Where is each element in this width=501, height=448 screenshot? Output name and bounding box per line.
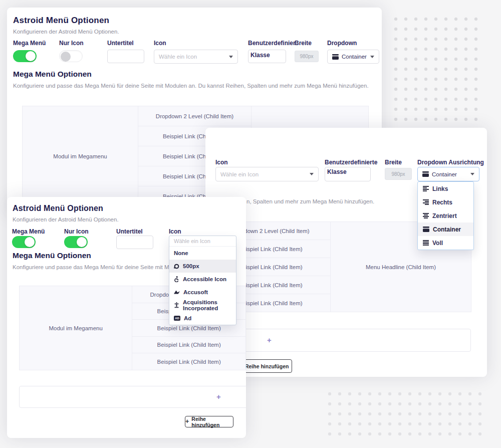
align-right-icon xyxy=(423,199,429,205)
mega-menu-toggle[interactable] xyxy=(12,236,36,248)
dropdown-label: Dropdown xyxy=(327,40,357,47)
custom-class-label: Benutzerdefinierte xyxy=(325,159,377,166)
500px-icon xyxy=(174,264,179,269)
menu-option-rechts[interactable]: Rechts xyxy=(418,195,473,209)
container-icon xyxy=(422,171,429,177)
chevron-down-icon xyxy=(229,56,233,58)
page-title: Astroid Menü Optionen xyxy=(13,16,109,26)
icon-select[interactable]: Wähle ein Icon xyxy=(154,50,238,64)
add-column-box[interactable]: + xyxy=(210,329,471,352)
icon-option-accusoft[interactable]: Accusoft xyxy=(169,286,236,299)
module-cell[interactable]: Modul im Megamenu xyxy=(20,286,132,370)
custom-class-label: Benutzerdefinierte xyxy=(248,40,295,47)
breite-label: Breite xyxy=(385,159,402,166)
menu-item-cell[interactable]: Dropdown 2 Level (Child Item) xyxy=(138,106,252,126)
card-astroid-menu-options-icon-open: Astroid Menü Optionen Konfigurieren der … xyxy=(7,197,246,438)
icon-select-placeholder: Wähle ein Icon xyxy=(220,171,259,177)
breite-input: 980px xyxy=(295,51,319,62)
nur-icon-label: Nur Icon xyxy=(59,40,84,47)
toggle-knob xyxy=(77,237,87,247)
alignment-dropdown-menu: Links Rechts Zentriert Container Voll xyxy=(417,181,474,250)
icon-option-500px[interactable]: 500px xyxy=(169,260,236,273)
chevron-down-icon xyxy=(470,173,474,175)
menu-option-label: Zentriert xyxy=(432,212,457,219)
align-center-icon xyxy=(423,213,429,218)
add-row-label: Reihe hinzufügen xyxy=(245,363,289,369)
icon-select-placeholder: Wähle ein Icon xyxy=(159,54,197,60)
menu-option-links[interactable]: Links xyxy=(418,182,473,195)
icon-option-label: None xyxy=(174,250,188,256)
toggle-knob xyxy=(25,237,35,247)
align-justify-icon xyxy=(423,240,429,246)
icon-option-label: Accessible Icon xyxy=(183,276,226,282)
card-megamenu-alignment: Icon Benutzerdefinierte Breite Dropdown … xyxy=(205,128,487,377)
icon-option-ad[interactable]: AD Ad xyxy=(169,312,236,325)
menu-option-label: Container xyxy=(433,226,461,233)
dropdown-alignment-select[interactable]: Container xyxy=(327,50,379,64)
icon-label: Icon xyxy=(154,40,166,47)
acquisitions-incorporated-icon xyxy=(174,302,179,308)
add-row-button[interactable]: + Reihe hinzufügen xyxy=(185,416,233,427)
breite-input: 980px xyxy=(385,168,412,180)
dropdown-select-value: Container xyxy=(432,171,457,177)
dropdown-alignment-label: Dropdown Ausrichtung xyxy=(417,159,484,166)
icon-option-label: Acquisitions Incorporated xyxy=(183,299,231,311)
plus-icon: + xyxy=(267,336,272,344)
page-subtitle: Konfigurieren der Astroid Menü Optionen. xyxy=(13,29,119,35)
toggle-knob xyxy=(26,51,36,61)
dropdown-select-value: Container xyxy=(342,54,367,60)
icon-label: Icon xyxy=(215,159,228,166)
menu-option-container[interactable]: Container xyxy=(418,222,473,236)
untertitel-label: Untertitel xyxy=(107,40,134,47)
icon-select[interactable]: Wähle ein Icon xyxy=(215,167,319,181)
icon-search-input[interactable]: Wähle ein Icon xyxy=(169,236,236,247)
mega-menu-section-title: Mega Menü Optionen xyxy=(13,251,91,260)
untertitel-input[interactable] xyxy=(116,236,153,249)
icon-option-none[interactable]: None xyxy=(169,247,236,260)
mega-menu-section-title: Mega Menü Optionen xyxy=(13,70,92,79)
dropdown-alignment-select[interactable]: Container xyxy=(417,167,479,181)
container-icon xyxy=(423,227,429,232)
mega-menu-label: Mega Menü xyxy=(12,228,45,235)
icon-select-open: Wähle ein Icon None 500px Accessible Ico… xyxy=(169,236,236,325)
chevron-down-icon xyxy=(370,56,374,58)
menu-option-label: Voll xyxy=(432,240,443,247)
untertitel-label: Untertitel xyxy=(116,228,143,235)
nur-icon-toggle[interactable] xyxy=(59,50,83,62)
plus-icon: + xyxy=(185,418,189,425)
icon-option-label: 500px xyxy=(183,263,199,269)
menu-option-voll[interactable]: Voll xyxy=(418,236,473,250)
menu-option-label: Rechts xyxy=(432,199,452,206)
menu-item-cell[interactable]: Beispiel Link (Child Item) xyxy=(132,353,246,370)
mega-menu-section-subtitle: Konfiguriere und passe das Mega Menü für… xyxy=(13,83,369,89)
container-icon xyxy=(332,54,339,60)
untertitel-input[interactable] xyxy=(107,50,144,63)
dot-pattern-bottom-right xyxy=(325,389,484,436)
menu-option-zentriert[interactable]: Zentriert xyxy=(418,209,473,222)
mega-menu-label: Mega Menü xyxy=(13,40,46,47)
dot-pattern-top-right xyxy=(391,14,480,121)
svg-text:AD: AD xyxy=(175,317,179,320)
page-title: Astroid Menü Optionen xyxy=(13,204,103,213)
icon-label: Icon xyxy=(169,228,181,235)
plus-icon: + xyxy=(216,392,221,401)
icon-option-label: Ad xyxy=(184,315,191,321)
menu-item-cell[interactable]: Beispiel Link (Child Item) xyxy=(132,337,246,353)
add-row-label: Reihe hinzufügen xyxy=(191,416,233,428)
toggle-knob xyxy=(61,52,71,62)
custom-class-label-line2: Klasse xyxy=(250,52,270,59)
nur-icon-toggle[interactable] xyxy=(64,236,88,248)
icon-option-acquisitions-incorporated[interactable]: Acquisitions Incorporated xyxy=(169,299,236,312)
chevron-down-icon xyxy=(310,173,314,175)
icon-option-label: Accusoft xyxy=(183,289,208,295)
module-cell[interactable]: Modul im Megamenu xyxy=(23,106,138,206)
breite-label: Breite xyxy=(295,40,312,47)
accusoft-icon xyxy=(174,290,180,295)
mega-menu-toggle[interactable] xyxy=(13,50,37,62)
ad-icon: AD xyxy=(174,316,180,321)
mega-menu-section-subtitle: Konfiguriere und passe das Mega Menü für… xyxy=(13,264,176,270)
nur-icon-label: Nur Icon xyxy=(64,228,89,235)
icon-option-accessible-icon[interactable]: Accessible Icon xyxy=(169,273,236,286)
add-column-box[interactable]: + xyxy=(19,386,246,408)
page-subtitle: Konfigurieren der Astroid Menü Optionen. xyxy=(13,216,119,222)
